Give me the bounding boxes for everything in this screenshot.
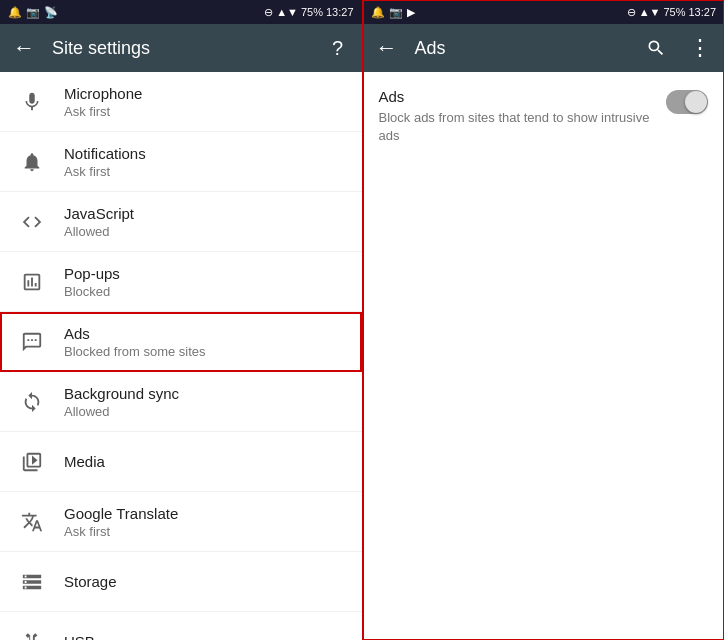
notification-icon-r: 🔔 (371, 6, 385, 19)
dnd-icon: ⊖ (264, 6, 273, 19)
js-icon (16, 206, 48, 238)
usb-title: USB (64, 633, 95, 640)
settings-list: Microphone Ask first Notifications Ask f… (0, 72, 362, 640)
background-sync-title: Background sync (64, 385, 179, 402)
ads-more-button[interactable]: ⋮ (684, 32, 716, 64)
left-toolbar: ← Site settings ? (0, 24, 362, 72)
signal-icon: ▲▼ (276, 6, 298, 18)
status-icons-right-r: ⊖ ▲▼ 75% 13:27 (627, 6, 716, 19)
popup-icon (16, 266, 48, 298)
settings-item-background-sync[interactable]: Background sync Allowed (0, 372, 362, 432)
microphone-text: Microphone Ask first (64, 85, 142, 119)
ads-content: Ads Block ads from sites that tend to sh… (363, 72, 725, 161)
left-panel-title: Site settings (52, 38, 310, 59)
ads-title: Ads (64, 325, 206, 342)
screenshot-icon: 📷 (26, 6, 40, 19)
ads-setting-description: Block ads from sites that tend to show i… (379, 109, 655, 145)
google-translate-title: Google Translate (64, 505, 178, 522)
google-translate-text: Google Translate Ask first (64, 505, 178, 539)
battery-text-r: 75% (663, 6, 685, 18)
settings-item-notifications[interactable]: Notifications Ask first (0, 132, 362, 192)
ads-search-button[interactable] (640, 32, 672, 64)
ads-subtitle: Blocked from some sites (64, 344, 206, 359)
cast-icon-r: ▶ (407, 6, 415, 19)
settings-item-media[interactable]: Media (0, 432, 362, 492)
ads-setting-title: Ads (379, 88, 655, 105)
javascript-subtitle: Allowed (64, 224, 134, 239)
status-bar-left: 🔔 📷 📡 ⊖ ▲▼ 75% 13:27 (0, 0, 362, 24)
ads-icon (16, 326, 48, 358)
settings-item-google-translate[interactable]: Google Translate Ask first (0, 492, 362, 552)
settings-item-usb[interactable]: USB (0, 612, 362, 640)
status-icons-left-r: 🔔 📷 ▶ (371, 6, 415, 19)
javascript-title: JavaScript (64, 205, 134, 222)
notifications-subtitle: Ask first (64, 164, 146, 179)
settings-item-ads[interactable]: Ads Blocked from some sites (0, 312, 362, 372)
notification-icon: 🔔 (8, 6, 22, 19)
background-sync-text: Background sync Allowed (64, 385, 179, 419)
dnd-icon-r: ⊖ (627, 6, 636, 19)
settings-item-storage[interactable]: Storage (0, 552, 362, 612)
notifications-text: Notifications Ask first (64, 145, 146, 179)
back-button[interactable]: ← (8, 32, 40, 64)
ads-toolbar: ← Ads ⋮ (363, 24, 725, 72)
battery-text: 75% (301, 6, 323, 18)
help-button[interactable]: ? (322, 32, 354, 64)
toggle-knob (685, 91, 707, 113)
signal-icon-r: ▲▼ (639, 6, 661, 18)
javascript-text: JavaScript Allowed (64, 205, 134, 239)
microphone-subtitle: Ask first (64, 104, 142, 119)
usb-text: USB (64, 633, 95, 640)
settings-item-popups[interactable]: Pop-ups Blocked (0, 252, 362, 312)
status-icons-left: 🔔 📷 📡 (8, 6, 58, 19)
ads-toggle[interactable] (666, 90, 708, 114)
ads-panel-title: Ads (415, 38, 629, 59)
settings-item-javascript[interactable]: JavaScript Allowed (0, 192, 362, 252)
microphone-title: Microphone (64, 85, 142, 102)
time-text: 13:27 (326, 6, 354, 18)
bell-icon (16, 146, 48, 178)
translate-icon (16, 506, 48, 538)
status-icons-right: ⊖ ▲▼ 75% 13:27 (264, 6, 353, 19)
popups-text: Pop-ups Blocked (64, 265, 120, 299)
settings-item-microphone[interactable]: Microphone Ask first (0, 72, 362, 132)
media-text: Media (64, 453, 105, 470)
ads-setting-row: Ads Block ads from sites that tend to sh… (379, 88, 709, 145)
media-icon (16, 446, 48, 478)
ads-text: Ads Blocked from some sites (64, 325, 206, 359)
notifications-title: Notifications (64, 145, 146, 162)
status-bar-right: 🔔 📷 ▶ ⊖ ▲▼ 75% 13:27 (363, 0, 725, 24)
time-text-r: 13:27 (688, 6, 716, 18)
sync-icon (16, 386, 48, 418)
background-sync-subtitle: Allowed (64, 404, 179, 419)
mic-icon (16, 86, 48, 118)
google-translate-subtitle: Ask first (64, 524, 178, 539)
ads-back-button[interactable]: ← (371, 32, 403, 64)
cast-icon: 📡 (44, 6, 58, 19)
popups-subtitle: Blocked (64, 284, 120, 299)
usb-icon (16, 626, 48, 641)
storage-text: Storage (64, 573, 117, 590)
storage-title: Storage (64, 573, 117, 590)
ads-setting-text: Ads Block ads from sites that tend to sh… (379, 88, 655, 145)
right-panel: 🔔 📷 ▶ ⊖ ▲▼ 75% 13:27 ← Ads ⋮ Ads Block a… (363, 0, 725, 640)
screenshot-icon-r: 📷 (389, 6, 403, 19)
media-title: Media (64, 453, 105, 470)
left-panel: 🔔 📷 📡 ⊖ ▲▼ 75% 13:27 ← Site settings ? M… (0, 0, 363, 640)
popups-title: Pop-ups (64, 265, 120, 282)
storage-icon (16, 566, 48, 598)
